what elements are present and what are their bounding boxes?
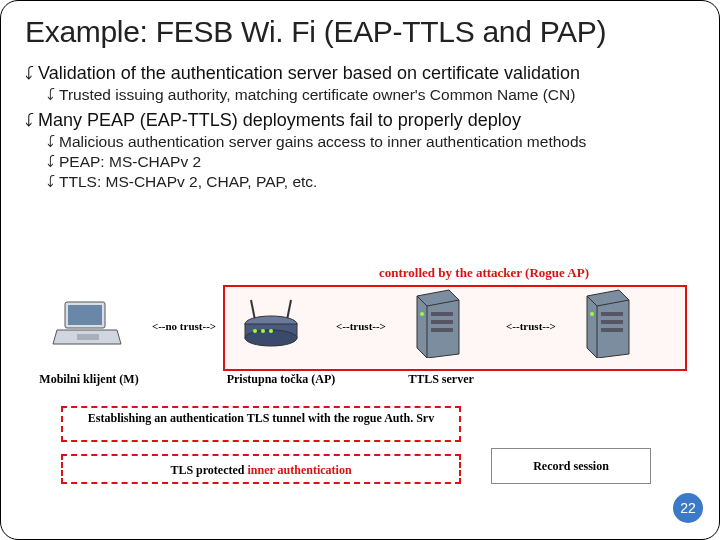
tls-inner-red: inner authentication <box>247 463 351 477</box>
tls-inner-text: TLS protected inner authentication <box>170 463 351 477</box>
svg-rect-17 <box>601 320 623 324</box>
svg-rect-1 <box>68 305 102 325</box>
laptop-icon <box>51 300 123 350</box>
bullet-validation-sub: Trusted issuing authority, matching cert… <box>47 86 695 104</box>
svg-rect-12 <box>431 312 453 316</box>
svg-rect-2 <box>77 334 99 340</box>
bullet-validation: Validation of the authentication server … <box>25 63 695 84</box>
tls-inner-box: TLS protected inner authentication <box>61 454 461 484</box>
tls-inner-pre: TLS protected <box>170 463 247 477</box>
trust-none-label: <--no trust--> <box>129 320 239 332</box>
ttls-server-icon <box>411 286 461 358</box>
bullet-peap-sub2: PEAP: MS-CHAPv 2 <box>47 153 695 171</box>
svg-rect-13 <box>431 320 453 324</box>
far-server-icon <box>581 286 631 358</box>
svg-rect-18 <box>601 328 623 332</box>
tls-tunnel-text: Establishing an authentication TLS tunne… <box>63 412 459 425</box>
ap-label: Pristupna točka (AP) <box>211 372 351 387</box>
svg-line-4 <box>287 300 291 320</box>
client-label: Mobilni klijent (M) <box>29 372 149 387</box>
svg-point-15 <box>590 312 594 316</box>
svg-rect-16 <box>601 312 623 316</box>
svg-line-3 <box>251 300 255 320</box>
page-number: 22 <box>673 493 703 523</box>
trust-1-label: <--trust--> <box>311 320 411 332</box>
record-session-text: Record session <box>533 459 609 473</box>
bullet-peap-sub1: Malicious authentication server gains ac… <box>47 133 695 151</box>
svg-rect-14 <box>431 328 453 332</box>
ttls-label: TTLS server <box>391 372 491 387</box>
trust-2-label: <--trust--> <box>481 320 581 332</box>
router-icon <box>241 296 301 351</box>
bullet-peap: Many PEAP (EAP-TTLS) deployments fail to… <box>25 110 695 131</box>
svg-point-10 <box>269 329 273 333</box>
tls-tunnel-box: Establishing an authentication TLS tunne… <box>61 406 461 442</box>
diagram-area: <--no trust--> <--trust--> <--trust--> M… <box>111 276 691 516</box>
bullet-peap-sub3: TTLS: MS-CHAPv 2, CHAP, PAP, etc. <box>47 173 695 191</box>
slide-frame: Example: FESB Wi. Fi (EAP-TTLS and PAP) … <box>0 0 720 540</box>
svg-point-9 <box>261 329 265 333</box>
svg-point-11 <box>420 312 424 316</box>
slide-title: Example: FESB Wi. Fi (EAP-TTLS and PAP) <box>25 15 695 49</box>
record-session-box: Record session <box>491 448 651 484</box>
svg-point-8 <box>253 329 257 333</box>
